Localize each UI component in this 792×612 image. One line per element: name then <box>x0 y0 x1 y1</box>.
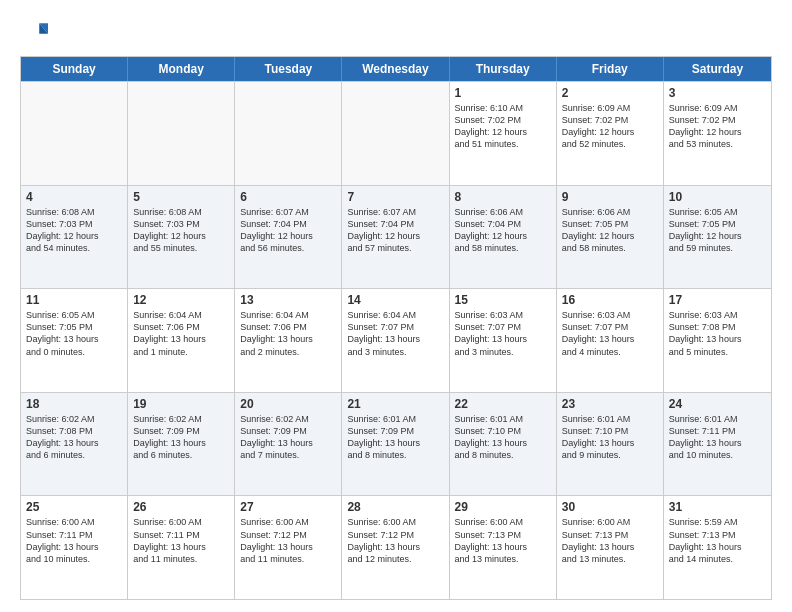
day-number: 5 <box>133 190 229 204</box>
cal-cell-3: 3Sunrise: 6:09 AM Sunset: 7:02 PM Daylig… <box>664 82 771 185</box>
cal-cell-31: 31Sunrise: 5:59 AM Sunset: 7:13 PM Dayli… <box>664 496 771 599</box>
cal-row-4: 18Sunrise: 6:02 AM Sunset: 7:08 PM Dayli… <box>21 392 771 496</box>
cal-cell-14: 14Sunrise: 6:04 AM Sunset: 7:07 PM Dayli… <box>342 289 449 392</box>
cal-cell-2: 2Sunrise: 6:09 AM Sunset: 7:02 PM Daylig… <box>557 82 664 185</box>
cell-info: Sunrise: 6:02 AM Sunset: 7:08 PM Dayligh… <box>26 413 122 462</box>
cal-cell-20: 20Sunrise: 6:02 AM Sunset: 7:09 PM Dayli… <box>235 393 342 496</box>
day-number: 15 <box>455 293 551 307</box>
header-cell-monday: Monday <box>128 57 235 81</box>
cell-info: Sunrise: 6:02 AM Sunset: 7:09 PM Dayligh… <box>133 413 229 462</box>
cal-cell-15: 15Sunrise: 6:03 AM Sunset: 7:07 PM Dayli… <box>450 289 557 392</box>
day-number: 27 <box>240 500 336 514</box>
cal-cell-6: 6Sunrise: 6:07 AM Sunset: 7:04 PM Daylig… <box>235 186 342 289</box>
day-number: 6 <box>240 190 336 204</box>
cal-cell-27: 27Sunrise: 6:00 AM Sunset: 7:12 PM Dayli… <box>235 496 342 599</box>
day-number: 1 <box>455 86 551 100</box>
cal-cell-7: 7Sunrise: 6:07 AM Sunset: 7:04 PM Daylig… <box>342 186 449 289</box>
cell-info: Sunrise: 6:07 AM Sunset: 7:04 PM Dayligh… <box>347 206 443 255</box>
day-number: 25 <box>26 500 122 514</box>
cal-cell-22: 22Sunrise: 6:01 AM Sunset: 7:10 PM Dayli… <box>450 393 557 496</box>
cal-cell-21: 21Sunrise: 6:01 AM Sunset: 7:09 PM Dayli… <box>342 393 449 496</box>
cell-info: Sunrise: 5:59 AM Sunset: 7:13 PM Dayligh… <box>669 516 766 565</box>
page: SundayMondayTuesdayWednesdayThursdayFrid… <box>0 0 792 612</box>
cal-cell-11: 11Sunrise: 6:05 AM Sunset: 7:05 PM Dayli… <box>21 289 128 392</box>
cell-info: Sunrise: 6:01 AM Sunset: 7:11 PM Dayligh… <box>669 413 766 462</box>
header-cell-wednesday: Wednesday <box>342 57 449 81</box>
cell-info: Sunrise: 6:09 AM Sunset: 7:02 PM Dayligh… <box>562 102 658 151</box>
cell-info: Sunrise: 6:06 AM Sunset: 7:05 PM Dayligh… <box>562 206 658 255</box>
header-cell-tuesday: Tuesday <box>235 57 342 81</box>
cal-cell-empty-0-1 <box>128 82 235 185</box>
cell-info: Sunrise: 6:10 AM Sunset: 7:02 PM Dayligh… <box>455 102 551 151</box>
cal-row-1: 1Sunrise: 6:10 AM Sunset: 7:02 PM Daylig… <box>21 81 771 185</box>
calendar-body: 1Sunrise: 6:10 AM Sunset: 7:02 PM Daylig… <box>21 81 771 599</box>
cell-info: Sunrise: 6:00 AM Sunset: 7:13 PM Dayligh… <box>562 516 658 565</box>
header <box>20 18 772 46</box>
cal-cell-empty-0-0 <box>21 82 128 185</box>
calendar-header: SundayMondayTuesdayWednesdayThursdayFrid… <box>21 57 771 81</box>
logo <box>20 18 52 46</box>
cell-info: Sunrise: 6:03 AM Sunset: 7:07 PM Dayligh… <box>562 309 658 358</box>
cal-cell-1: 1Sunrise: 6:10 AM Sunset: 7:02 PM Daylig… <box>450 82 557 185</box>
cell-info: Sunrise: 6:02 AM Sunset: 7:09 PM Dayligh… <box>240 413 336 462</box>
cell-info: Sunrise: 6:08 AM Sunset: 7:03 PM Dayligh… <box>26 206 122 255</box>
cell-info: Sunrise: 6:03 AM Sunset: 7:08 PM Dayligh… <box>669 309 766 358</box>
cal-cell-12: 12Sunrise: 6:04 AM Sunset: 7:06 PM Dayli… <box>128 289 235 392</box>
day-number: 13 <box>240 293 336 307</box>
cell-info: Sunrise: 6:09 AM Sunset: 7:02 PM Dayligh… <box>669 102 766 151</box>
cal-cell-4: 4Sunrise: 6:08 AM Sunset: 7:03 PM Daylig… <box>21 186 128 289</box>
cell-info: Sunrise: 6:00 AM Sunset: 7:13 PM Dayligh… <box>455 516 551 565</box>
cell-info: Sunrise: 6:00 AM Sunset: 7:11 PM Dayligh… <box>26 516 122 565</box>
day-number: 17 <box>669 293 766 307</box>
day-number: 19 <box>133 397 229 411</box>
day-number: 10 <box>669 190 766 204</box>
cal-row-2: 4Sunrise: 6:08 AM Sunset: 7:03 PM Daylig… <box>21 185 771 289</box>
day-number: 8 <box>455 190 551 204</box>
day-number: 21 <box>347 397 443 411</box>
cell-info: Sunrise: 6:05 AM Sunset: 7:05 PM Dayligh… <box>26 309 122 358</box>
day-number: 9 <box>562 190 658 204</box>
header-cell-sunday: Sunday <box>21 57 128 81</box>
cell-info: Sunrise: 6:07 AM Sunset: 7:04 PM Dayligh… <box>240 206 336 255</box>
cal-cell-16: 16Sunrise: 6:03 AM Sunset: 7:07 PM Dayli… <box>557 289 664 392</box>
cell-info: Sunrise: 6:00 AM Sunset: 7:12 PM Dayligh… <box>240 516 336 565</box>
cal-cell-25: 25Sunrise: 6:00 AM Sunset: 7:11 PM Dayli… <box>21 496 128 599</box>
cell-info: Sunrise: 6:08 AM Sunset: 7:03 PM Dayligh… <box>133 206 229 255</box>
cal-cell-17: 17Sunrise: 6:03 AM Sunset: 7:08 PM Dayli… <box>664 289 771 392</box>
cal-cell-29: 29Sunrise: 6:00 AM Sunset: 7:13 PM Dayli… <box>450 496 557 599</box>
day-number: 29 <box>455 500 551 514</box>
cell-info: Sunrise: 6:01 AM Sunset: 7:09 PM Dayligh… <box>347 413 443 462</box>
cal-row-3: 11Sunrise: 6:05 AM Sunset: 7:05 PM Dayli… <box>21 288 771 392</box>
day-number: 26 <box>133 500 229 514</box>
cal-cell-28: 28Sunrise: 6:00 AM Sunset: 7:12 PM Dayli… <box>342 496 449 599</box>
day-number: 14 <box>347 293 443 307</box>
cal-row-5: 25Sunrise: 6:00 AM Sunset: 7:11 PM Dayli… <box>21 495 771 599</box>
cal-cell-empty-0-3 <box>342 82 449 185</box>
day-number: 3 <box>669 86 766 100</box>
day-number: 2 <box>562 86 658 100</box>
cal-cell-8: 8Sunrise: 6:06 AM Sunset: 7:04 PM Daylig… <box>450 186 557 289</box>
day-number: 31 <box>669 500 766 514</box>
cal-cell-30: 30Sunrise: 6:00 AM Sunset: 7:13 PM Dayli… <box>557 496 664 599</box>
day-number: 22 <box>455 397 551 411</box>
day-number: 12 <box>133 293 229 307</box>
header-cell-friday: Friday <box>557 57 664 81</box>
day-number: 7 <box>347 190 443 204</box>
cell-info: Sunrise: 6:05 AM Sunset: 7:05 PM Dayligh… <box>669 206 766 255</box>
cal-cell-13: 13Sunrise: 6:04 AM Sunset: 7:06 PM Dayli… <box>235 289 342 392</box>
day-number: 28 <box>347 500 443 514</box>
day-number: 30 <box>562 500 658 514</box>
cell-info: Sunrise: 6:01 AM Sunset: 7:10 PM Dayligh… <box>455 413 551 462</box>
calendar: SundayMondayTuesdayWednesdayThursdayFrid… <box>20 56 772 600</box>
cal-cell-10: 10Sunrise: 6:05 AM Sunset: 7:05 PM Dayli… <box>664 186 771 289</box>
day-number: 11 <box>26 293 122 307</box>
header-cell-saturday: Saturday <box>664 57 771 81</box>
day-number: 24 <box>669 397 766 411</box>
day-number: 4 <box>26 190 122 204</box>
cell-info: Sunrise: 6:03 AM Sunset: 7:07 PM Dayligh… <box>455 309 551 358</box>
day-number: 16 <box>562 293 658 307</box>
cell-info: Sunrise: 6:04 AM Sunset: 7:07 PM Dayligh… <box>347 309 443 358</box>
cal-cell-9: 9Sunrise: 6:06 AM Sunset: 7:05 PM Daylig… <box>557 186 664 289</box>
header-cell-thursday: Thursday <box>450 57 557 81</box>
cell-info: Sunrise: 6:00 AM Sunset: 7:12 PM Dayligh… <box>347 516 443 565</box>
